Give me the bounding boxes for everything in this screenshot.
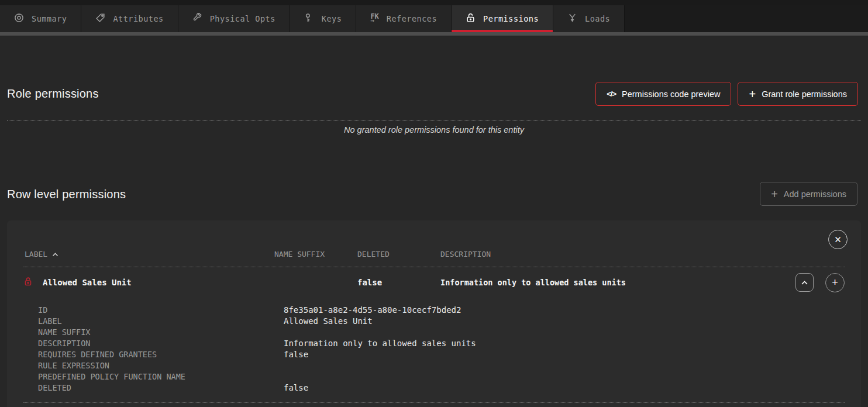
detail-value: false	[284, 382, 845, 394]
column-header-description[interactable]: DESCRIPTION	[440, 250, 635, 258]
column-header-text: LABEL	[25, 250, 47, 258]
tab-references[interactable]: FK→ References	[356, 5, 452, 32]
row-description: Information only to allowed sales units	[440, 278, 631, 287]
detail-value: Allowed Sales Unit	[284, 316, 845, 327]
chevron-up-icon	[801, 278, 808, 287]
column-header-deleted[interactable]: DELETED	[357, 250, 440, 258]
tab-physical-opts[interactable]: Physical Opts	[178, 5, 290, 32]
detail-row-predefined-policy-function-name: PREDEFINED POLICY FUNCTION NAME	[38, 371, 845, 382]
table-header-divider	[23, 267, 845, 267]
row-level-permissions-card: ✕ LABEL NAME SUFFIX DELETED DESCRIPTION …	[7, 220, 861, 407]
permissions-code-preview-button[interactable]: </> Permissions code preview	[595, 82, 731, 106]
detail-row-id: ID 8fe35a01-a8e2-4d55-a80e-10cecf7bded2	[38, 305, 845, 316]
detail-row-deleted: DELETED false	[38, 382, 845, 394]
lock-icon	[466, 13, 476, 25]
button-label: Grant role permissions	[762, 89, 847, 99]
tab-label: Keys	[322, 14, 342, 23]
button-label: Permissions code preview	[622, 89, 720, 99]
grant-role-permissions-button[interactable]: + Grant role permissions	[738, 82, 858, 106]
table-row[interactable]: Allowed Sales Unit false Information onl…	[7, 270, 861, 295]
detail-row-rule-expression: RULE EXPRESSION	[38, 360, 845, 371]
code-icon: </>	[607, 89, 616, 98]
tab-loads[interactable]: Loads	[553, 5, 625, 32]
tab-label: Physical Opts	[210, 14, 275, 23]
role-permissions-actions: </> Permissions code preview + Grant rol…	[595, 82, 858, 106]
plus-icon: +	[771, 188, 778, 200]
detail-value: false	[284, 349, 845, 360]
detail-value	[284, 360, 845, 371]
row-bottom-divider	[23, 402, 845, 403]
entity-tab-bar: Summary Attributes Physical Opts Keys FK…	[0, 5, 868, 32]
tab-label: Attributes	[113, 14, 163, 23]
key-icon	[304, 13, 314, 25]
tab-summary[interactable]: Summary	[0, 5, 81, 32]
fk-icon: FK→	[370, 13, 378, 24]
row-deleted: false	[357, 278, 440, 287]
tab-keys[interactable]: Keys	[290, 5, 357, 32]
column-header-actions	[635, 250, 845, 258]
detail-key: LABEL	[38, 316, 284, 327]
row-add-button[interactable]: +	[825, 273, 845, 292]
permissions-table-header: LABEL NAME SUFFIX DELETED DESCRIPTION	[7, 250, 861, 258]
detail-key: RULE EXPRESSION	[38, 360, 284, 371]
tab-attributes[interactable]: Attributes	[81, 5, 178, 32]
tab-label: Permissions	[483, 14, 539, 23]
column-header-label[interactable]: LABEL	[16, 250, 274, 258]
detail-value: 8fe35a01-a8e2-4d55-a80e-10cecf7bded2	[284, 305, 845, 316]
close-icon: ✕	[834, 235, 842, 244]
column-header-name-suffix[interactable]: NAME SUFFIX	[274, 250, 357, 258]
detail-key: NAME SUFFIX	[38, 327, 284, 338]
detail-key: ID	[38, 305, 284, 316]
detail-value	[284, 371, 845, 382]
horizontal-scrollbar[interactable]	[0, 32, 868, 36]
row-label: Allowed Sales Unit	[43, 278, 132, 287]
section-divider	[7, 120, 861, 121]
detail-row-requires-defined-grantees: REQUIRES DEFINED GRANTEES false	[38, 349, 845, 360]
tab-label: Summary	[32, 14, 67, 23]
tag-icon	[95, 13, 105, 25]
plus-icon: +	[749, 88, 756, 100]
role-permissions-title: Role permissions	[7, 87, 99, 101]
collapse-row-button[interactable]	[795, 273, 814, 292]
wrench-icon	[192, 13, 202, 25]
empty-role-permissions-message: No granted role permissions found for th…	[0, 125, 868, 134]
detail-key: DESCRIPTION	[38, 338, 284, 349]
plus-icon: +	[832, 277, 838, 288]
detail-row-label: LABEL Allowed Sales Unit	[38, 316, 845, 327]
detail-value: Information only to allowed sales units	[284, 338, 845, 349]
close-button[interactable]: ✕	[828, 230, 848, 249]
add-permissions-button[interactable]: + Add permissions	[760, 182, 857, 206]
detail-row-description: DESCRIPTION Information only to allowed …	[38, 338, 845, 349]
detail-key: PREDEFINED POLICY FUNCTION NAME	[38, 371, 284, 382]
top-strip	[0, 0, 868, 5]
merge-icon	[567, 13, 577, 25]
detail-value	[284, 327, 845, 338]
detail-row-name-suffix: NAME SUFFIX	[38, 327, 845, 338]
button-label: Add permissions	[784, 189, 846, 199]
row-lock-icon	[23, 277, 33, 288]
tab-permissions[interactable]: Permissions	[452, 5, 553, 32]
row-level-permissions-title: Row level permissions	[7, 188, 126, 201]
row-details: ID 8fe35a01-a8e2-4d55-a80e-10cecf7bded2 …	[38, 305, 845, 394]
tab-label: Loads	[585, 14, 610, 23]
detail-key: REQUIRES DEFINED GRANTEES	[38, 349, 284, 360]
detail-key: DELETED	[38, 382, 284, 394]
target-icon	[14, 13, 24, 25]
sort-ascending-icon	[52, 250, 58, 258]
tab-label: References	[387, 14, 437, 23]
